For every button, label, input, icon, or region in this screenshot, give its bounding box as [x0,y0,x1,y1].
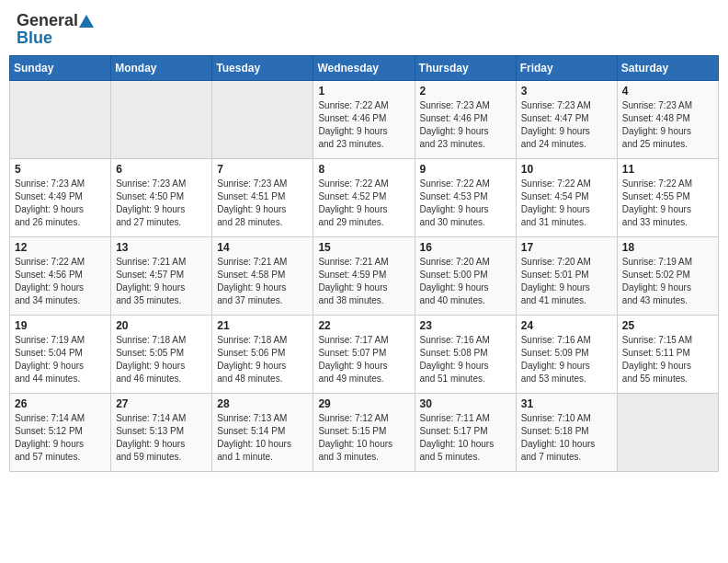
page: General Blue SundayMondayTuesdayWednesda… [0,0,728,563]
calendar-table: SundayMondayTuesdayWednesdayThursdayFrid… [9,55,719,472]
day-cell: 7Sunrise: 7:23 AM Sunset: 4:51 PM Daylig… [212,159,313,237]
logo-bird-icon [79,15,94,28]
day-info: Sunrise: 7:23 AM Sunset: 4:51 PM Dayligh… [217,178,308,229]
day-info: Sunrise: 7:21 AM Sunset: 4:59 PM Dayligh… [318,256,409,307]
day-number: 18 [622,241,713,254]
day-cell [111,81,212,159]
day-info: Sunrise: 7:12 AM Sunset: 5:15 PM Dayligh… [318,412,409,464]
day-info: Sunrise: 7:23 AM Sunset: 4:46 PM Dayligh… [420,99,511,151]
day-info: Sunrise: 7:16 AM Sunset: 5:08 PM Dayligh… [420,334,511,385]
weekday-header-thursday: Thursday [415,56,516,81]
day-number: 22 [318,319,409,332]
day-info: Sunrise: 7:19 AM Sunset: 5:04 PM Dayligh… [15,334,106,385]
day-number: 8 [318,163,409,176]
day-cell: 5Sunrise: 7:23 AM Sunset: 4:49 PM Daylig… [10,159,111,237]
day-cell: 27Sunrise: 7:14 AM Sunset: 5:13 PM Dayli… [111,394,212,472]
day-info: Sunrise: 7:14 AM Sunset: 5:13 PM Dayligh… [116,412,207,464]
day-info: Sunrise: 7:20 AM Sunset: 5:00 PM Dayligh… [420,256,511,307]
day-cell: 30Sunrise: 7:11 AM Sunset: 5:17 PM Dayli… [415,394,516,472]
day-number: 9 [420,163,511,176]
day-cell: 19Sunrise: 7:19 AM Sunset: 5:04 PM Dayli… [10,316,111,394]
day-cell [10,81,111,159]
day-info: Sunrise: 7:18 AM Sunset: 5:05 PM Dayligh… [116,334,207,385]
calendar-wrapper: SundayMondayTuesdayWednesdayThursdayFrid… [0,55,728,481]
day-number: 19 [15,319,106,332]
day-number: 4 [622,85,713,98]
weekday-header-monday: Monday [111,56,212,81]
day-info: Sunrise: 7:13 AM Sunset: 5:14 PM Dayligh… [217,412,308,464]
day-cell: 28Sunrise: 7:13 AM Sunset: 5:14 PM Dayli… [212,394,313,472]
logo-general-text: General [17,11,78,30]
day-number: 3 [521,85,612,98]
day-info: Sunrise: 7:19 AM Sunset: 5:02 PM Dayligh… [622,256,713,307]
day-info: Sunrise: 7:23 AM Sunset: 4:48 PM Dayligh… [622,99,713,151]
weekday-header-friday: Friday [516,56,617,81]
day-number: 10 [521,163,612,176]
day-number: 27 [116,397,207,410]
day-number: 23 [420,319,511,332]
day-number: 14 [217,241,308,254]
day-number: 12 [15,241,106,254]
day-info: Sunrise: 7:22 AM Sunset: 4:52 PM Dayligh… [318,178,409,229]
day-cell: 16Sunrise: 7:20 AM Sunset: 5:00 PM Dayli… [415,237,516,316]
logo: General Blue [17,11,94,48]
day-info: Sunrise: 7:22 AM Sunset: 4:53 PM Dayligh… [420,178,511,229]
day-cell: 12Sunrise: 7:22 AM Sunset: 4:56 PM Dayli… [10,237,111,316]
day-info: Sunrise: 7:16 AM Sunset: 5:09 PM Dayligh… [521,334,612,385]
day-info: Sunrise: 7:21 AM Sunset: 4:57 PM Dayligh… [116,256,207,307]
day-info: Sunrise: 7:23 AM Sunset: 4:49 PM Dayligh… [15,178,106,229]
day-number: 11 [622,163,713,176]
day-cell: 22Sunrise: 7:17 AM Sunset: 5:07 PM Dayli… [313,316,415,394]
day-info: Sunrise: 7:22 AM Sunset: 4:46 PM Dayligh… [318,99,409,151]
day-info: Sunrise: 7:14 AM Sunset: 5:12 PM Dayligh… [15,412,106,464]
day-number: 15 [318,241,409,254]
day-number: 31 [521,397,612,410]
day-info: Sunrise: 7:23 AM Sunset: 4:50 PM Dayligh… [116,178,207,229]
day-number: 30 [420,397,511,410]
day-cell: 31Sunrise: 7:10 AM Sunset: 5:18 PM Dayli… [516,394,617,472]
day-number: 17 [521,241,612,254]
day-cell: 3Sunrise: 7:23 AM Sunset: 4:47 PM Daylig… [516,81,617,159]
day-info: Sunrise: 7:17 AM Sunset: 5:07 PM Dayligh… [318,334,409,385]
day-cell: 6Sunrise: 7:23 AM Sunset: 4:50 PM Daylig… [111,159,212,237]
day-number: 13 [116,241,207,254]
logo-blue-text: Blue [17,29,52,48]
day-number: 20 [116,319,207,332]
day-number: 21 [217,319,308,332]
week-row-3: 12Sunrise: 7:22 AM Sunset: 4:56 PM Dayli… [10,237,719,316]
day-cell: 24Sunrise: 7:16 AM Sunset: 5:09 PM Dayli… [516,316,617,394]
day-cell: 4Sunrise: 7:23 AM Sunset: 4:48 PM Daylig… [617,81,718,159]
day-info: Sunrise: 7:20 AM Sunset: 5:01 PM Dayligh… [521,256,612,307]
day-info: Sunrise: 7:10 AM Sunset: 5:18 PM Dayligh… [521,412,612,464]
day-number: 5 [15,163,106,176]
day-info: Sunrise: 7:23 AM Sunset: 4:47 PM Dayligh… [521,99,612,151]
day-info: Sunrise: 7:22 AM Sunset: 4:56 PM Dayligh… [15,256,106,307]
day-cell [617,394,718,472]
day-cell: 9Sunrise: 7:22 AM Sunset: 4:53 PM Daylig… [415,159,516,237]
day-number: 26 [15,397,106,410]
day-cell: 20Sunrise: 7:18 AM Sunset: 5:05 PM Dayli… [111,316,212,394]
day-info: Sunrise: 7:18 AM Sunset: 5:06 PM Dayligh… [217,334,308,385]
day-cell: 25Sunrise: 7:15 AM Sunset: 5:11 PM Dayli… [617,316,718,394]
day-cell: 26Sunrise: 7:14 AM Sunset: 5:12 PM Dayli… [10,394,111,472]
day-cell: 1Sunrise: 7:22 AM Sunset: 4:46 PM Daylig… [313,81,415,159]
day-info: Sunrise: 7:11 AM Sunset: 5:17 PM Dayligh… [420,412,511,464]
week-row-4: 19Sunrise: 7:19 AM Sunset: 5:04 PM Dayli… [10,316,719,394]
day-cell: 13Sunrise: 7:21 AM Sunset: 4:57 PM Dayli… [111,237,212,316]
day-cell: 11Sunrise: 7:22 AM Sunset: 4:55 PM Dayli… [617,159,718,237]
day-cell: 15Sunrise: 7:21 AM Sunset: 4:59 PM Dayli… [313,237,415,316]
day-number: 16 [420,241,511,254]
day-cell: 14Sunrise: 7:21 AM Sunset: 4:58 PM Dayli… [212,237,313,316]
day-cell: 8Sunrise: 7:22 AM Sunset: 4:52 PM Daylig… [313,159,415,237]
day-cell: 23Sunrise: 7:16 AM Sunset: 5:08 PM Dayli… [415,316,516,394]
day-number: 25 [622,319,713,332]
week-row-2: 5Sunrise: 7:23 AM Sunset: 4:49 PM Daylig… [10,159,719,237]
day-cell: 29Sunrise: 7:12 AM Sunset: 5:15 PM Dayli… [313,394,415,472]
day-info: Sunrise: 7:15 AM Sunset: 5:11 PM Dayligh… [622,334,713,385]
header: General Blue [0,0,728,55]
weekday-header-row: SundayMondayTuesdayWednesdayThursdayFrid… [10,56,719,81]
weekday-header-saturday: Saturday [617,56,718,81]
day-info: Sunrise: 7:22 AM Sunset: 4:55 PM Dayligh… [622,178,713,229]
day-number: 29 [318,397,409,410]
day-cell [212,81,313,159]
